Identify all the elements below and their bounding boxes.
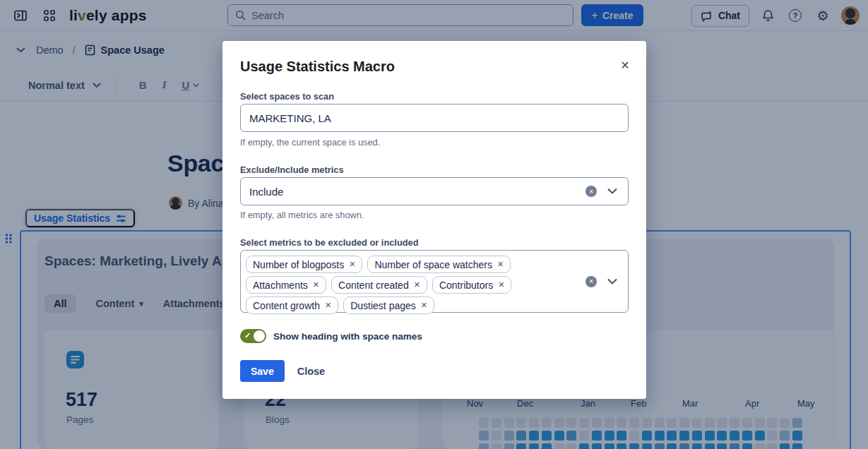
clear-icon[interactable]: ✕: [585, 186, 597, 197]
spaces-input-wrapper: [240, 104, 629, 132]
metric-chip[interactable]: Number of blogposts✕: [246, 256, 362, 273]
cancel-button[interactable]: Close: [297, 366, 326, 377]
metric-chip-label: Contributors: [439, 280, 493, 291]
metric-chip[interactable]: Content created✕: [331, 276, 427, 294]
metric-chip[interactable]: Number of space watchers✕: [367, 256, 511, 273]
spaces-input[interactable]: [241, 104, 628, 131]
dialog-actions: Save Close: [240, 360, 325, 382]
remove-chip-icon[interactable]: ✕: [497, 260, 504, 269]
clear-icon[interactable]: ✕: [585, 276, 597, 287]
mode-field-label: Exclude/Include metrics: [240, 164, 344, 175]
metric-chip-label: Content growth: [253, 300, 320, 311]
usage-statistics-macro-dialog: Usage Statistics Macro ✕ Select spaces t…: [222, 41, 646, 399]
heading-toggle-row: ✓ Show heading with space names: [240, 329, 422, 343]
spaces-helper-text: If empty, the current space is used.: [240, 137, 380, 148]
metrics-multiselect[interactable]: Number of blogposts✕Number of space watc…: [240, 250, 629, 313]
metrics-chips: Number of blogposts✕Number of space watc…: [246, 256, 571, 314]
show-heading-toggle[interactable]: ✓: [240, 329, 266, 343]
metric-chip-label: Attachments: [253, 280, 308, 291]
chip-row: Attachments✕Content created✕Contributors…: [246, 276, 571, 294]
save-button[interactable]: Save: [240, 360, 285, 382]
remove-chip-icon[interactable]: ✕: [349, 260, 355, 269]
spaces-field-label: Select spaces to scan: [240, 91, 334, 102]
mode-select-value: Include: [249, 186, 283, 198]
dialog-title: Usage Statistics Macro: [240, 59, 395, 75]
metric-chip[interactable]: Attachments✕: [246, 276, 326, 294]
check-icon: ✓: [244, 331, 251, 340]
metric-chip-label: Content created: [338, 280, 409, 291]
chevron-down-icon[interactable]: [607, 278, 617, 285]
remove-chip-icon[interactable]: ✕: [498, 280, 504, 289]
toggle-knob: [254, 330, 265, 342]
close-icon[interactable]: ✕: [615, 55, 635, 75]
chevron-down-icon[interactable]: [607, 188, 617, 195]
chip-row: Content growth✕Dustiest pages✕: [246, 297, 571, 314]
metrics-field-label: Select metrics to be excluded or include…: [240, 237, 418, 248]
chip-row: Number of blogposts✕Number of space watc…: [246, 256, 571, 273]
app-window: lively apps + Create Cha: [0, 0, 868, 449]
remove-chip-icon[interactable]: ✕: [325, 301, 331, 310]
remove-chip-icon[interactable]: ✕: [421, 301, 427, 310]
metric-chip-label: Dustiest pages: [350, 300, 416, 311]
remove-chip-icon[interactable]: ✕: [414, 280, 420, 289]
mode-helper-text: If empty, all metrics are shown.: [240, 210, 364, 220]
remove-chip-icon[interactable]: ✕: [313, 280, 319, 289]
metric-chip[interactable]: Dustiest pages✕: [343, 297, 434, 314]
mode-select[interactable]: Include ✕: [240, 177, 629, 205]
metric-chip[interactable]: Contributors✕: [432, 276, 511, 294]
metric-chip-label: Number of blogposts: [253, 259, 344, 270]
metric-chip[interactable]: Content growth✕: [246, 297, 338, 314]
metric-chip-label: Number of space watchers: [374, 259, 492, 270]
toggle-label: Show heading with space names: [273, 331, 422, 342]
